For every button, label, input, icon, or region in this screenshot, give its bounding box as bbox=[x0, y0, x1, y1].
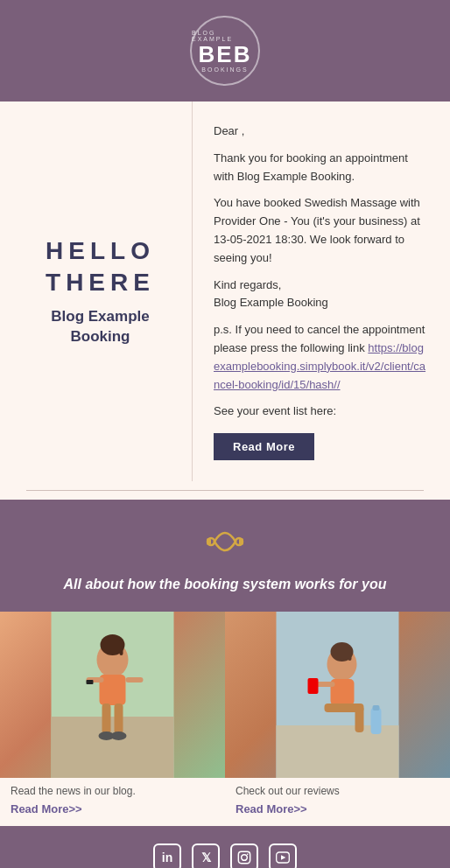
svg-point-30 bbox=[242, 855, 248, 861]
svg-rect-24 bbox=[355, 706, 364, 732]
logo: BLOG EXAMPLE BEB BOOKINGS bbox=[190, 16, 260, 86]
social-icons: in 𝕏 bbox=[153, 844, 297, 868]
svg-point-31 bbox=[247, 854, 249, 856]
logo-top-text: BLOG EXAMPLE bbox=[192, 30, 258, 42]
svg-rect-8 bbox=[120, 640, 123, 655]
feature-banner: All about how the booking system works f… bbox=[0, 500, 450, 612]
dear-text: Dear , bbox=[214, 122, 429, 141]
svg-marker-33 bbox=[281, 855, 285, 859]
news-image-1 bbox=[0, 612, 225, 778]
horizontal-rule bbox=[26, 490, 424, 491]
youtube-icon[interactable] bbox=[269, 844, 297, 868]
feature-text: All about how the booking system works f… bbox=[64, 577, 387, 592]
news-caption-2: Check out our reviews bbox=[225, 778, 450, 801]
svg-rect-28 bbox=[373, 705, 380, 710]
svg-rect-3 bbox=[239, 538, 243, 545]
kind-regards: Kind regards, Blog Example Booking bbox=[214, 276, 429, 313]
main-section: HELLO THERE Blog ExampleBooking Dear , T… bbox=[0, 102, 450, 481]
footer: in 𝕏 Call: +357 12345678 Email: beb@beb.… bbox=[0, 826, 450, 868]
company-name: Blog ExampleBooking bbox=[51, 306, 149, 348]
logo-main-text: BEB bbox=[199, 43, 252, 66]
jumprope-icon bbox=[202, 519, 248, 568]
svg-rect-21 bbox=[348, 647, 352, 661]
svg-rect-2 bbox=[207, 538, 211, 545]
logo-bottom-text: BOOKINGS bbox=[201, 66, 248, 73]
news-image-2 bbox=[225, 612, 450, 778]
svg-rect-26 bbox=[308, 678, 319, 694]
svg-rect-29 bbox=[238, 851, 250, 863]
svg-rect-18 bbox=[277, 725, 399, 778]
right-column: Dear , Thank you for booking an appointm… bbox=[193, 102, 450, 481]
ps-text: p.s. If you need to cancel the appointme… bbox=[214, 321, 429, 394]
booking-detail: You have booked Swedish Massage with Pro… bbox=[214, 194, 429, 267]
twitter-icon[interactable]: 𝕏 bbox=[192, 844, 220, 868]
news-item-2: Check out our reviews Read More>> bbox=[225, 612, 450, 826]
header: BLOG EXAMPLE BEB BOOKINGS bbox=[0, 0, 450, 102]
read-more-button[interactable]: Read More bbox=[214, 433, 314, 460]
news-grid: Read the news in our blog. Read More>> bbox=[0, 612, 450, 826]
hello-text: HELLO THERE bbox=[46, 235, 155, 299]
svg-rect-12 bbox=[102, 704, 111, 734]
news-readmore-1[interactable]: Read More>> bbox=[0, 801, 225, 826]
news-item-1: Read the news in our blog. Read More>> bbox=[0, 612, 225, 826]
see-event-text: See your event list here: bbox=[214, 402, 429, 421]
instagram-icon[interactable] bbox=[230, 844, 258, 868]
svg-rect-16 bbox=[87, 680, 94, 684]
news-readmore-2[interactable]: Read More>> bbox=[225, 801, 450, 826]
left-column: HELLO THERE Blog ExampleBooking bbox=[0, 102, 193, 481]
svg-point-15 bbox=[111, 732, 127, 740]
news-caption-1: Read the news in our blog. bbox=[0, 778, 225, 801]
linkedin-icon[interactable]: in bbox=[153, 844, 181, 868]
svg-rect-27 bbox=[371, 708, 382, 734]
divider-section bbox=[0, 481, 450, 500]
svg-rect-13 bbox=[115, 704, 123, 734]
svg-rect-11 bbox=[126, 677, 144, 682]
thank-you-text: Thank you for booking an appointment wit… bbox=[214, 150, 429, 186]
svg-rect-5 bbox=[52, 717, 174, 778]
